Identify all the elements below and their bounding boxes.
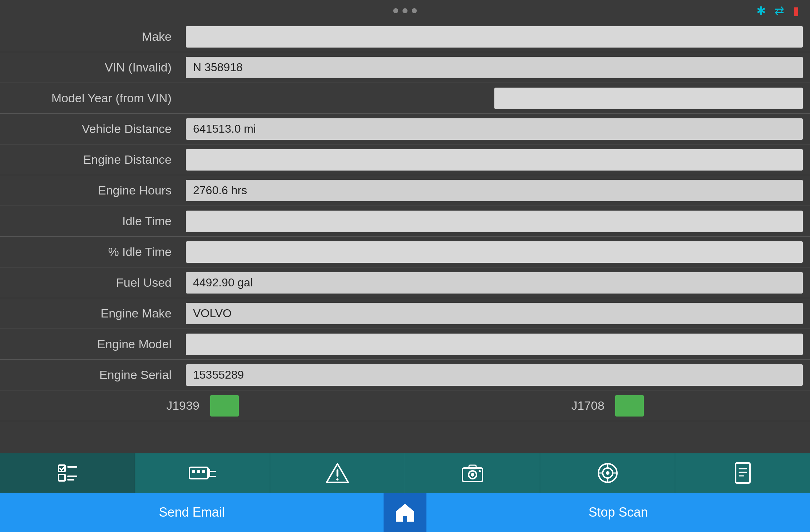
vin-value-container: N 358918 bbox=[186, 53, 810, 82]
protocol-row: J1939 J1708 bbox=[0, 390, 810, 421]
report-icon bbox=[731, 462, 754, 484]
scroll-area: Make VIN (Invalid) N 358918 Model Year (… bbox=[0, 21, 810, 453]
model-year-value-container bbox=[186, 84, 810, 113]
svg-rect-29 bbox=[736, 463, 750, 483]
checklist-icon bbox=[56, 462, 79, 484]
fuel-used-value-container: 4492.90 gal bbox=[186, 269, 810, 297]
svg-rect-9 bbox=[197, 470, 200, 473]
vin-row: VIN (Invalid) N 358918 bbox=[0, 52, 810, 83]
send-email-button[interactable]: Send Email bbox=[0, 493, 384, 532]
camera-icon bbox=[461, 462, 484, 484]
j1708-indicator bbox=[615, 395, 644, 417]
model-year-row: Model Year (from VIN) bbox=[0, 83, 810, 114]
engine-serial-row: Engine Serial 15355289 bbox=[0, 360, 810, 390]
bottom-action-bar: Send Email Stop Scan bbox=[0, 493, 810, 532]
idle-time-row: Idle Time bbox=[0, 206, 810, 237]
idle-time-label: Idle Time bbox=[0, 214, 186, 228]
idle-time-value[interactable] bbox=[186, 211, 803, 232]
svg-rect-4 bbox=[59, 474, 65, 481]
warning-icon bbox=[326, 462, 349, 484]
fuel-used-row: Fuel Used 4492.90 gal bbox=[0, 267, 810, 298]
engine-serial-value-container: 15355289 bbox=[186, 361, 810, 389]
svg-point-21 bbox=[479, 470, 481, 472]
top-dots bbox=[393, 8, 417, 13]
nav-tire[interactable] bbox=[540, 453, 675, 493]
home-button[interactable] bbox=[384, 493, 426, 532]
make-value-container bbox=[186, 23, 810, 51]
engine-distance-value-container bbox=[186, 146, 810, 174]
engine-serial-value[interactable]: 15355289 bbox=[186, 364, 803, 386]
svg-rect-10 bbox=[202, 470, 205, 473]
engine-hours-value[interactable]: 2760.6 hrs bbox=[186, 180, 803, 201]
fuel-used-value[interactable]: 4492.90 gal bbox=[186, 272, 803, 294]
svg-point-16 bbox=[336, 478, 339, 481]
make-row: Make bbox=[0, 21, 810, 52]
j1708-section: J1708 bbox=[405, 395, 810, 417]
engine-make-row: Engine Make VOLVO bbox=[0, 298, 810, 329]
svg-point-19 bbox=[471, 473, 474, 477]
model-year-label: Model Year (from VIN) bbox=[0, 91, 186, 105]
vin-value[interactable]: N 358918 bbox=[186, 57, 803, 78]
battery-icon: ▮ bbox=[793, 4, 799, 18]
svg-marker-33 bbox=[396, 504, 414, 522]
engine-hours-row: Engine Hours 2760.6 hrs bbox=[0, 175, 810, 206]
engine-hours-value-container: 2760.6 hrs bbox=[186, 176, 810, 205]
top-bar: ✱ ⇄ ▮ bbox=[0, 0, 810, 21]
engine-model-value-container bbox=[186, 330, 810, 359]
pct-idle-time-label: % Idle Time bbox=[0, 245, 186, 259]
vehicle-distance-label: Vehicle Distance bbox=[0, 122, 186, 136]
pct-idle-time-row: % Idle Time bbox=[0, 237, 810, 267]
j1939-label: J1939 bbox=[166, 399, 199, 413]
svg-rect-20 bbox=[469, 465, 476, 469]
nav-warnings[interactable] bbox=[270, 453, 405, 493]
engine-make-label: Engine Make bbox=[0, 306, 186, 320]
j1939-indicator bbox=[210, 395, 239, 417]
tire-icon bbox=[596, 462, 619, 484]
make-value[interactable] bbox=[186, 26, 803, 48]
vin-label: VIN (Invalid) bbox=[0, 60, 186, 74]
fuel-used-label: Fuel Used bbox=[0, 276, 186, 290]
bottom-nav bbox=[0, 453, 810, 493]
pct-idle-time-value-container bbox=[186, 238, 810, 266]
idle-time-value-container bbox=[186, 207, 810, 236]
bluetooth-icon: ✱ bbox=[756, 4, 766, 18]
engine-make-value[interactable]: VOLVO bbox=[186, 303, 803, 324]
wifi-icon: ⇄ bbox=[775, 4, 784, 18]
engine-model-row: Engine Model bbox=[0, 329, 810, 360]
vehicle-distance-row: Vehicle Distance 641513.0 mi bbox=[0, 114, 810, 144]
vehicle-distance-value-container: 641513.0 mi bbox=[186, 115, 810, 143]
engine-distance-row: Engine Distance bbox=[0, 144, 810, 175]
engine-model-value[interactable] bbox=[186, 334, 803, 355]
pct-idle-time-value[interactable] bbox=[186, 241, 803, 263]
top-icons: ✱ ⇄ ▮ bbox=[756, 4, 799, 18]
home-icon bbox=[394, 502, 416, 523]
engine-distance-label: Engine Distance bbox=[0, 153, 186, 167]
engine-hours-label: Engine Hours bbox=[0, 183, 186, 197]
nav-report[interactable] bbox=[675, 453, 810, 493]
svg-point-24 bbox=[606, 471, 609, 475]
j1708-label: J1708 bbox=[571, 399, 604, 413]
make-label: Make bbox=[0, 30, 186, 44]
engine-model-label: Engine Model bbox=[0, 337, 186, 351]
engine-distance-value[interactable] bbox=[186, 149, 803, 171]
vehicle-distance-value[interactable]: 641513.0 mi bbox=[186, 118, 803, 140]
model-year-value[interactable] bbox=[494, 88, 803, 109]
stop-scan-button[interactable]: Stop Scan bbox=[426, 493, 810, 532]
j1939-section: J1939 bbox=[0, 395, 405, 417]
svg-rect-8 bbox=[192, 470, 195, 473]
nav-checklist[interactable] bbox=[0, 453, 135, 493]
dtc-icon bbox=[188, 462, 217, 484]
nav-camera[interactable] bbox=[405, 453, 540, 493]
engine-serial-label: Engine Serial bbox=[0, 368, 186, 382]
engine-make-value-container: VOLVO bbox=[186, 299, 810, 328]
nav-dtc[interactable] bbox=[135, 453, 270, 493]
